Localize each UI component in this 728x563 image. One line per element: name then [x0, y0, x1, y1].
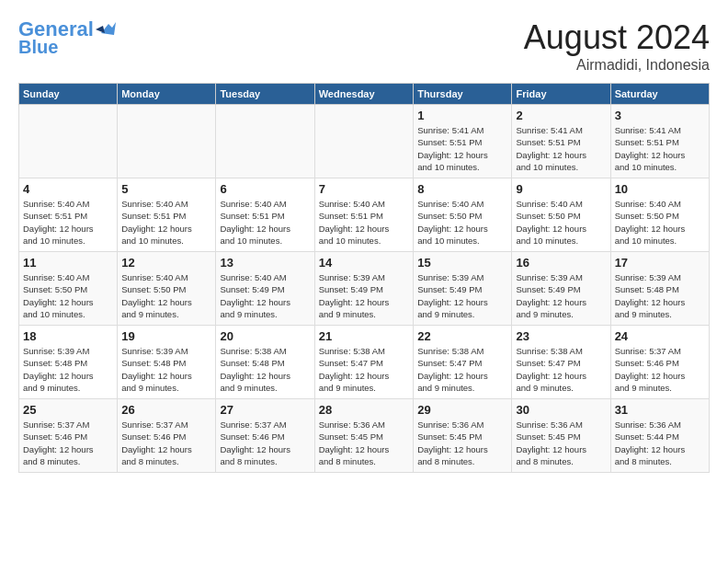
weekday-header-friday: Friday	[512, 84, 610, 105]
day-number: 11	[23, 256, 113, 270]
day-info: Sunrise: 5:40 AM Sunset: 5:50 PM Dayligh…	[615, 198, 705, 247]
calendar-cell: 16Sunrise: 5:39 AM Sunset: 5:49 PM Dayli…	[512, 252, 610, 326]
calendar-week-row: 18Sunrise: 5:39 AM Sunset: 5:48 PM Dayli…	[19, 326, 710, 399]
calendar-cell	[19, 105, 118, 178]
day-info: Sunrise: 5:40 AM Sunset: 5:51 PM Dayligh…	[319, 198, 409, 247]
calendar-cell: 5Sunrise: 5:40 AM Sunset: 5:51 PM Daylig…	[118, 178, 216, 252]
day-info: Sunrise: 5:37 AM Sunset: 5:46 PM Dayligh…	[220, 419, 310, 467]
month-year-title: August 2024	[524, 18, 710, 57]
day-info: Sunrise: 5:39 AM Sunset: 5:48 PM Dayligh…	[23, 345, 113, 394]
day-number: 7	[319, 182, 409, 196]
calendar-cell: 20Sunrise: 5:38 AM Sunset: 5:48 PM Dayli…	[216, 326, 314, 399]
calendar-cell: 28Sunrise: 5:36 AM Sunset: 5:45 PM Dayli…	[314, 399, 413, 473]
weekday-header-row: SundayMondayTuesdayWednesdayThursdayFrid…	[19, 84, 710, 105]
svg-marker-1	[96, 26, 105, 33]
day-number: 22	[417, 329, 507, 343]
day-info: Sunrise: 5:40 AM Sunset: 5:51 PM Dayligh…	[220, 198, 310, 247]
day-info: Sunrise: 5:40 AM Sunset: 5:50 PM Dayligh…	[23, 271, 113, 320]
calendar-cell: 12Sunrise: 5:40 AM Sunset: 5:50 PM Dayli…	[118, 252, 216, 326]
calendar-cell: 9Sunrise: 5:40 AM Sunset: 5:50 PM Daylig…	[512, 178, 610, 252]
day-info: Sunrise: 5:38 AM Sunset: 5:47 PM Dayligh…	[417, 345, 507, 394]
day-info: Sunrise: 5:40 AM Sunset: 5:50 PM Dayligh…	[121, 271, 211, 320]
day-number: 4	[23, 182, 113, 196]
day-info: Sunrise: 5:39 AM Sunset: 5:48 PM Dayligh…	[121, 345, 211, 394]
calendar-cell: 14Sunrise: 5:39 AM Sunset: 5:49 PM Dayli…	[314, 252, 413, 326]
calendar-cell: 18Sunrise: 5:39 AM Sunset: 5:48 PM Dayli…	[19, 326, 118, 399]
calendar-cell	[216, 105, 314, 178]
calendar-week-row: 4Sunrise: 5:40 AM Sunset: 5:51 PM Daylig…	[19, 178, 710, 252]
calendar-cell: 17Sunrise: 5:39 AM Sunset: 5:48 PM Dayli…	[610, 252, 709, 326]
calendar-cell: 3Sunrise: 5:41 AM Sunset: 5:51 PM Daylig…	[610, 105, 709, 178]
day-number: 1	[417, 109, 507, 122]
calendar-week-row: 1Sunrise: 5:41 AM Sunset: 5:51 PM Daylig…	[19, 105, 710, 178]
day-info: Sunrise: 5:37 AM Sunset: 5:46 PM Dayligh…	[23, 419, 113, 467]
day-number: 9	[516, 182, 606, 196]
logo: General Blue	[18, 18, 116, 57]
day-number: 25	[23, 403, 113, 417]
calendar-cell: 10Sunrise: 5:40 AM Sunset: 5:50 PM Dayli…	[610, 178, 709, 252]
day-info: Sunrise: 5:41 AM Sunset: 5:51 PM Dayligh…	[417, 124, 507, 173]
weekday-header-tuesday: Tuesday	[216, 84, 314, 105]
day-number: 27	[220, 403, 310, 417]
day-number: 23	[516, 329, 606, 343]
weekday-header-saturday: Saturday	[610, 84, 709, 105]
weekday-header-sunday: Sunday	[19, 84, 118, 105]
day-number: 14	[319, 256, 409, 270]
calendar-cell: 25Sunrise: 5:37 AM Sunset: 5:46 PM Dayli…	[19, 399, 118, 473]
day-number: 10	[615, 182, 705, 196]
calendar-cell: 7Sunrise: 5:40 AM Sunset: 5:51 PM Daylig…	[314, 178, 413, 252]
day-number: 31	[615, 403, 705, 417]
day-info: Sunrise: 5:36 AM Sunset: 5:44 PM Dayligh…	[615, 419, 705, 467]
day-number: 21	[319, 329, 409, 343]
calendar-cell: 1Sunrise: 5:41 AM Sunset: 5:51 PM Daylig…	[414, 105, 512, 178]
calendar-cell: 27Sunrise: 5:37 AM Sunset: 5:46 PM Dayli…	[216, 399, 314, 473]
day-number: 3	[615, 109, 705, 122]
day-info: Sunrise: 5:40 AM Sunset: 5:49 PM Dayligh…	[220, 271, 310, 320]
day-info: Sunrise: 5:40 AM Sunset: 5:50 PM Dayligh…	[516, 198, 606, 247]
calendar-cell	[118, 105, 216, 178]
day-number: 6	[220, 182, 310, 196]
calendar-cell: 24Sunrise: 5:37 AM Sunset: 5:46 PM Dayli…	[610, 326, 709, 399]
day-info: Sunrise: 5:40 AM Sunset: 5:50 PM Dayligh…	[417, 198, 507, 247]
calendar-cell: 30Sunrise: 5:36 AM Sunset: 5:45 PM Dayli…	[512, 399, 610, 473]
location-subtitle: Airmadidi, Indonesia	[524, 57, 710, 74]
day-number: 12	[121, 256, 211, 270]
calendar-cell: 15Sunrise: 5:39 AM Sunset: 5:49 PM Dayli…	[414, 252, 512, 326]
day-number: 16	[516, 256, 606, 270]
title-block: August 2024 Airmadidi, Indonesia	[524, 18, 710, 74]
day-info: Sunrise: 5:36 AM Sunset: 5:45 PM Dayligh…	[319, 419, 409, 467]
day-info: Sunrise: 5:37 AM Sunset: 5:46 PM Dayligh…	[615, 345, 705, 394]
day-number: 24	[615, 329, 705, 343]
weekday-header-wednesday: Wednesday	[314, 84, 413, 105]
day-info: Sunrise: 5:38 AM Sunset: 5:47 PM Dayligh…	[319, 345, 409, 394]
weekday-header-thursday: Thursday	[414, 84, 512, 105]
day-number: 19	[121, 329, 211, 343]
day-info: Sunrise: 5:39 AM Sunset: 5:49 PM Dayligh…	[417, 271, 507, 320]
calendar-cell: 2Sunrise: 5:41 AM Sunset: 5:51 PM Daylig…	[512, 105, 610, 178]
day-info: Sunrise: 5:41 AM Sunset: 5:51 PM Dayligh…	[516, 124, 606, 173]
day-number: 2	[516, 109, 606, 122]
calendar-cell: 19Sunrise: 5:39 AM Sunset: 5:48 PM Dayli…	[118, 326, 216, 399]
day-number: 13	[220, 256, 310, 270]
day-info: Sunrise: 5:38 AM Sunset: 5:47 PM Dayligh…	[516, 345, 606, 394]
weekday-header-monday: Monday	[118, 84, 216, 105]
day-number: 26	[121, 403, 211, 417]
calendar-cell	[314, 105, 413, 178]
calendar-table: SundayMondayTuesdayWednesdayThursdayFrid…	[18, 83, 710, 473]
calendar-week-row: 11Sunrise: 5:40 AM Sunset: 5:50 PM Dayli…	[19, 252, 710, 326]
calendar-cell: 6Sunrise: 5:40 AM Sunset: 5:51 PM Daylig…	[216, 178, 314, 252]
day-info: Sunrise: 5:38 AM Sunset: 5:48 PM Dayligh…	[220, 345, 310, 394]
day-info: Sunrise: 5:37 AM Sunset: 5:46 PM Dayligh…	[121, 419, 211, 467]
page-header: General Blue August 2024 Airmadidi, Indo…	[18, 18, 710, 74]
calendar-cell: 29Sunrise: 5:36 AM Sunset: 5:45 PM Dayli…	[414, 399, 512, 473]
day-info: Sunrise: 5:36 AM Sunset: 5:45 PM Dayligh…	[417, 419, 507, 467]
day-info: Sunrise: 5:39 AM Sunset: 5:48 PM Dayligh…	[615, 271, 705, 320]
day-info: Sunrise: 5:39 AM Sunset: 5:49 PM Dayligh…	[516, 271, 606, 320]
calendar-cell: 8Sunrise: 5:40 AM Sunset: 5:50 PM Daylig…	[414, 178, 512, 252]
day-info: Sunrise: 5:40 AM Sunset: 5:51 PM Dayligh…	[121, 198, 211, 247]
calendar-cell: 13Sunrise: 5:40 AM Sunset: 5:49 PM Dayli…	[216, 252, 314, 326]
calendar-cell: 4Sunrise: 5:40 AM Sunset: 5:51 PM Daylig…	[19, 178, 118, 252]
day-number: 17	[615, 256, 705, 270]
calendar-cell: 11Sunrise: 5:40 AM Sunset: 5:50 PM Dayli…	[19, 252, 118, 326]
day-number: 28	[319, 403, 409, 417]
